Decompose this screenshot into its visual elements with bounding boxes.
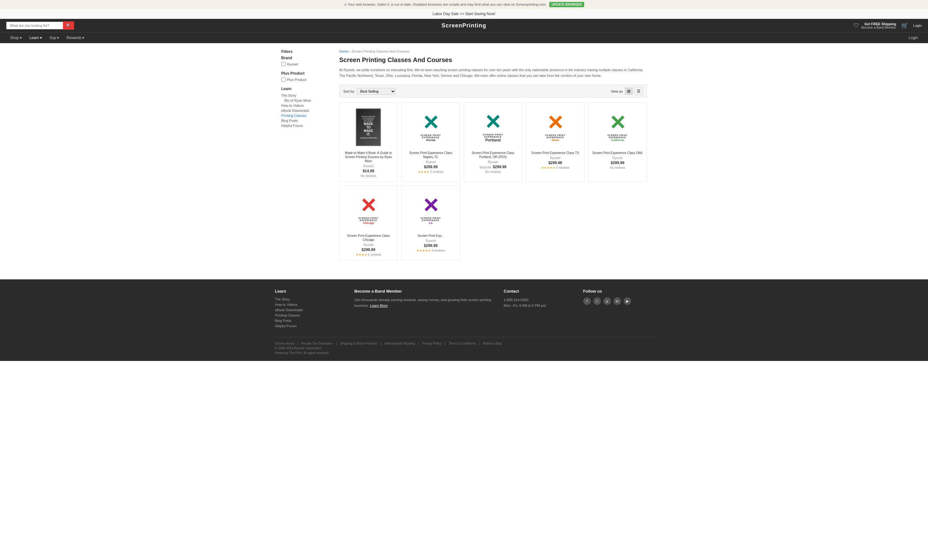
nav-item-shop[interactable]: Shop ▾ [6, 32, 26, 43]
footer-link-service-areas[interactable]: Service Areas [275, 342, 295, 345]
product-card-portland[interactable]: ✕ SCREEN PRINTEXPERIENCE Portland Screen… [464, 103, 522, 182]
footer-band-title: Become a Band Member [354, 289, 495, 294]
sidebar-link-helpful-forum[interactable]: Helpful Forum [281, 123, 332, 128]
brand-ryonet-input[interactable] [281, 62, 285, 66]
footer-contact-title: Contact [504, 289, 574, 294]
product-card-la[interactable]: ✕ SCREEN PRINTEXPERIENCE LA Screen Print… [401, 186, 460, 260]
product-image-florida: ✕ SCREEN PRINTEXPERIENCE Florida [406, 107, 456, 148]
product-price-book: $14.99 [343, 169, 394, 173]
social-instagram-icon[interactable]: in [614, 297, 621, 305]
view-section: View as ⊞ ☰ [611, 88, 643, 95]
page-title: Screen Printing Classes And Courses [339, 56, 647, 64]
sidebar-link-ebook[interactable]: eBook Downloads [281, 108, 332, 113]
product-card-chicago[interactable]: ✕ SCREEN PRINTEXPERIENCE Chicago Screen … [339, 186, 398, 260]
footer-learn-link-howto[interactable]: How-to Videos [275, 303, 345, 306]
product-image-chicago: ✕ SCREEN PRINTEXPERIENCE Chicago [343, 190, 394, 231]
product-price-portland: $299.99 [493, 165, 507, 169]
band-member-promo[interactable]: 🛡 Get FREE Shipping Become a Band Member [854, 22, 896, 29]
filters-title: Filters [281, 49, 332, 54]
list-view-button[interactable]: ☰ [635, 88, 643, 95]
sidebar-link-blog-posts[interactable]: Blog Posts [281, 118, 332, 123]
footer-follow-title: Follow us [583, 289, 653, 294]
product-toolbar: Sort by Best Selling Price: Low to High … [339, 85, 647, 97]
product-title-oak: Screen Print Experience Class OAK [592, 151, 643, 155]
footer-learn-link-blog[interactable]: Blog Posts [275, 319, 345, 323]
footer-learn-title: Learn [275, 289, 345, 294]
grid-view-button[interactable]: ⊞ [625, 88, 633, 95]
social-pinterest-icon[interactable]: p [603, 297, 611, 305]
book-cover: Ryan MoorFounder,Ryonet MADETOMAKEIT. SC… [356, 108, 381, 146]
product-image-texas: ✕ SCREEN PRINTEXPERIENCE Texas [530, 107, 580, 148]
footer-contact-phone: 1-800-314-6390 [504, 297, 574, 303]
page-description: At Ryonet, we pride ourselves on educati… [339, 67, 647, 78]
chevron-down-icon: ▾ [20, 36, 22, 40]
nav-item-support[interactable]: Sup ▾ [46, 32, 63, 43]
product-price-oak: $299.99 [592, 161, 643, 165]
sidebar: Filters Brand Ryonet Plus Product Plus P… [281, 49, 332, 260]
brand-ryonet-checkbox[interactable]: Ryonet [281, 62, 332, 66]
navigation: Shop ▾ Learn ▾ Sup ▾ Rewards ▾ Login [0, 32, 928, 43]
search-input[interactable] [6, 22, 63, 29]
breadcrumb-home[interactable]: Home [339, 49, 348, 53]
footer: Learn The Story How-to Videos eBook Down… [0, 279, 928, 361]
product-card-book[interactable]: Ryan MoorFounder,Ryonet MADETOMAKEIT. SC… [339, 103, 398, 182]
nav-item-learn[interactable]: Learn ▾ [26, 32, 46, 43]
product-price-texas: $299.99 [530, 161, 580, 165]
product-brand-chicago: Ryonet [343, 243, 394, 247]
social-twitter-icon[interactable]: t [593, 297, 601, 305]
footer-learn-link-classes[interactable]: Printing Classes [275, 313, 345, 317]
product-image-book: Ryan MoorFounder,Ryonet MADETOMAKEIT. SC… [343, 107, 394, 148]
sidebar-link-the-story[interactable]: The Story [281, 93, 332, 98]
footer-learn-link-ebook[interactable]: eBook Downloads [275, 308, 345, 312]
footer-learn-more-link[interactable]: Learn More [370, 304, 388, 307]
sort-select[interactable]: Best Selling Price: Low to High Price: H… [357, 88, 396, 95]
search-button[interactable]: 🔍 [63, 21, 74, 30]
product-image-oak: ✕ SCREEN PRINTEXPERIENCE California [592, 107, 643, 148]
footer-link-report-bug[interactable]: Report a Bug [483, 342, 502, 345]
plus-product-input[interactable] [281, 78, 285, 82]
footer-link-intl-shipping[interactable]: International Shipping [385, 342, 415, 345]
sidebar-link-howto-videos[interactable]: How-to Videos [281, 103, 332, 108]
sidebar-link-printing-classes[interactable]: Printing Classes [281, 113, 332, 118]
browser-warning-text: ⚠ Your web browser, Safari 4, is out of … [344, 3, 547, 7]
stars-chicago: ★★★★ [356, 253, 367, 256]
brand-ryonet-label: Ryonet [287, 62, 298, 66]
footer-band-section: Become a Band Member Join thousands alre… [354, 289, 495, 329]
sidebar-link-bio-ryan[interactable]: Bio of Ryan Moor [281, 98, 332, 103]
product-title-florida: Screen Print Experience Class Naples, FL [406, 151, 456, 159]
footer-link-privacy[interactable]: Privacy Policy [422, 342, 441, 345]
product-price-florida: $299.99 [406, 165, 456, 169]
stars-florida: ★★★★ [418, 170, 429, 173]
nav-item-rewards[interactable]: Rewards ▾ [63, 32, 88, 43]
update-browser-button[interactable]: UPDATE BROWSER [549, 2, 584, 7]
footer-link-shipping-returns[interactable]: Shipping & Return Policies [340, 342, 377, 345]
social-icons: f t p in ▶ [583, 297, 653, 305]
login-button[interactable]: Login [913, 24, 922, 27]
footer-link-terms[interactable]: Terms & Conditions [449, 342, 476, 345]
cart-icon[interactable]: 🛒 [901, 22, 908, 29]
product-price-chicago: $299.99 [343, 248, 394, 252]
product-reviews-book: No reviews [343, 174, 394, 178]
footer-learn-link-story[interactable]: The Story [275, 297, 345, 301]
product-image-la: ✕ SCREEN PRINTEXPERIENCE LA [406, 190, 456, 231]
footer-learn-link-forum[interactable]: Helpful Forum [275, 324, 345, 328]
product-reviews-label-la: 3 reviews [432, 249, 445, 252]
product-reviews-florida: ★★★★ 2 reviews [406, 170, 456, 173]
product-card-oak[interactable]: ✕ SCREEN PRINTEXPERIENCE California Scre… [588, 103, 647, 182]
social-facebook-icon[interactable]: f [583, 297, 591, 305]
sort-by-label: Sort by [343, 90, 354, 93]
plus-product-checkbox[interactable]: Plus Product [281, 78, 332, 82]
product-reviews-label-book: No reviews [361, 174, 376, 178]
footer-band-description: Join thousands already earning rewards, … [354, 297, 495, 308]
product-card-florida[interactable]: ✕ SCREEN PRINTEXPERIENCE Florida Screen … [401, 103, 460, 182]
social-youtube-icon[interactable]: ▶ [624, 297, 631, 305]
footer-link-resale-tax[interactable]: Resale Tax Exemption [302, 342, 333, 345]
header-right: 🛡 Get FREE Shipping Become a Band Member… [854, 22, 922, 29]
product-image-portland: ✕ SCREEN PRINTEXPERIENCE Portland [468, 107, 518, 148]
footer-bottom: Service Areas | Resale Tax Exemption | S… [275, 337, 653, 355]
product-card-texas[interactable]: ✕ SCREEN PRINTEXPERIENCE Texas Screen Pr… [526, 103, 585, 182]
plus-product-label: Plus Product [287, 78, 307, 82]
product-reviews-portland: No reviews [468, 170, 518, 173]
nav-item-login[interactable]: Login [905, 32, 922, 43]
product-title-book: Made to Make It Book: A Guide to Screen … [343, 151, 394, 163]
